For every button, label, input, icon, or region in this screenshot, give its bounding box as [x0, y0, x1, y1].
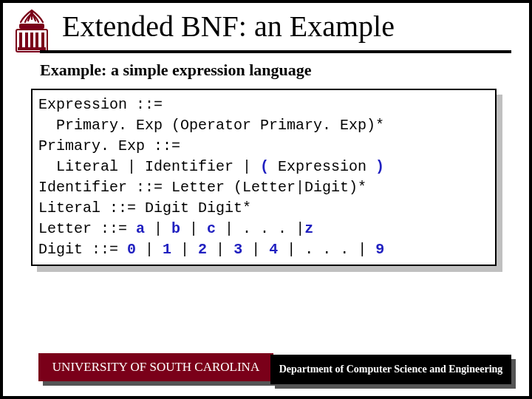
title-underline — [40, 50, 511, 53]
terminal: 0 — [127, 241, 136, 258]
footer-university: UNIVERSITY OF SOUTH CAROLINA — [38, 353, 273, 381]
code-text: | — [145, 220, 171, 237]
code-text: | — [136, 241, 163, 258]
terminal-lparen: ( — [260, 158, 269, 175]
code-text: | . . . | — [216, 220, 304, 237]
code-text: Expression — [269, 158, 375, 175]
terminal: b — [171, 220, 180, 237]
code-text: Literal | Identifier | — [38, 158, 260, 175]
terminal: c — [207, 220, 216, 237]
terminal: 1 — [163, 241, 171, 258]
terminal: z — [304, 220, 313, 237]
slide-subtitle: Example: a simple expression language — [40, 61, 312, 80]
svg-rect-2 — [19, 33, 22, 47]
code-text: Digit ::= — [38, 241, 127, 258]
terminal: 2 — [198, 241, 207, 258]
code-text: | — [180, 220, 207, 237]
code-text: | — [171, 241, 198, 258]
code-text: | . . . | — [278, 241, 375, 258]
footer-department: Department of Computer Science and Engin… — [270, 355, 511, 384]
code-text: | — [242, 241, 269, 258]
code-line: Literal ::= Digit Digit* — [38, 200, 251, 216]
university-seal-icon — [9, 7, 55, 53]
svg-rect-6 — [41, 33, 44, 47]
svg-rect-4 — [30, 33, 33, 47]
svg-rect-5 — [35, 33, 38, 47]
terminal-rparen: ) — [375, 158, 384, 175]
slide-title: Extended BNF: an Example — [62, 9, 514, 44]
svg-rect-3 — [25, 33, 28, 47]
code-line: Primary. Exp (Operator Primary. Exp)* — [38, 117, 384, 134]
terminal: 9 — [375, 241, 384, 258]
terminal: a — [136, 220, 145, 237]
code-text: Letter ::= — [38, 220, 136, 237]
terminal: 4 — [269, 241, 278, 258]
svg-rect-0 — [19, 24, 44, 29]
terminal: 3 — [233, 241, 242, 258]
code-line: Expression ::= — [38, 96, 163, 113]
code-text: | — [207, 241, 233, 258]
grammar-codebox: Expression ::= Primary. Exp (Operator Pr… — [31, 89, 497, 266]
slide: Extended BNF: an Example Example: a simp… — [0, 0, 532, 399]
code-line: Identifier ::= Letter (Letter|Digit)* — [38, 179, 366, 196]
code-line: Primary. Exp ::= — [38, 137, 180, 154]
